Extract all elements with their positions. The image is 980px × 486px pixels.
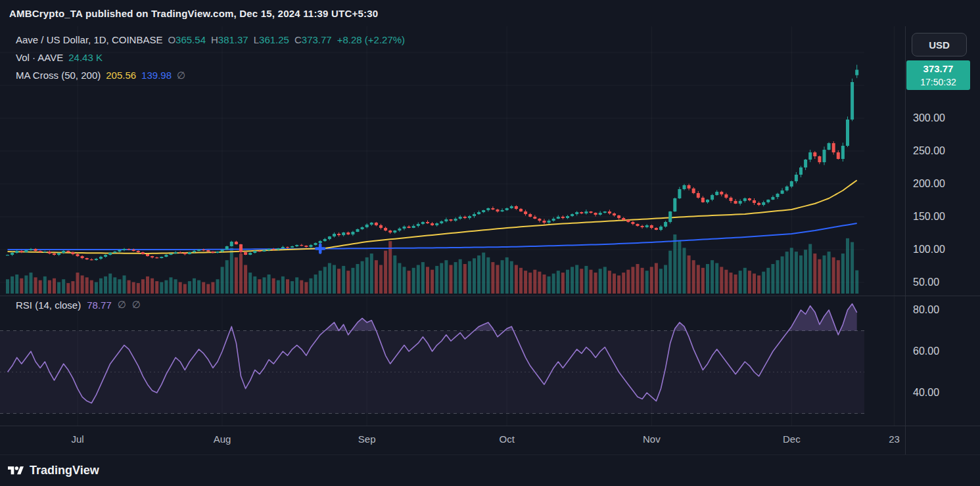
- bar-countdown: 17:50:32: [906, 76, 970, 89]
- change-value: +8.28 (+2.27%): [337, 34, 405, 45]
- rsi-axis-label: 40.00: [913, 386, 939, 399]
- ohlc-open: O365.54: [168, 34, 206, 45]
- rsi-axis-label: 80.00: [913, 303, 939, 317]
- ma200-value: 139.98: [141, 70, 172, 81]
- symbol-legend-row: Aave / US Dollar, 1D, COINBASE O365.54 H…: [16, 31, 410, 49]
- last-price-value: 373.77: [906, 62, 970, 76]
- ma50-value: 205.56: [106, 70, 136, 81]
- time-axis-label: Nov: [632, 433, 671, 445]
- publish-header-text: AMBCrypto_TA published on TradingView.co…: [9, 8, 378, 19]
- footer-bar: TradingView: [0, 454, 980, 486]
- last-price-badge: 373.77 17:50:32: [906, 60, 970, 90]
- time-axis-label: Oct: [487, 433, 526, 445]
- ohlc-high: H381.37: [211, 34, 248, 45]
- chart-canvas[interactable]: [0, 26, 905, 454]
- close-value: 373.77: [302, 34, 332, 45]
- volume-value: 24.43 K: [68, 52, 103, 63]
- publish-header: AMBCrypto_TA published on TradingView.co…: [0, 0, 980, 26]
- price-axis-label: 200.00: [913, 177, 945, 190]
- time-scale[interactable]: JulAugSepOctNovDec23: [0, 426, 905, 454]
- rsi-value: 78.77: [87, 299, 112, 311]
- rsi-null-value-2: ∅: [132, 299, 141, 311]
- price-axis-label: 300.00: [913, 112, 945, 125]
- price-axis-label: 100.00: [913, 243, 945, 256]
- ma-cross-label[interactable]: MA Cross (50, 200): [16, 70, 101, 81]
- low-label: L: [254, 34, 259, 45]
- volume-label[interactable]: Vol · AAVE: [16, 52, 63, 63]
- pane-divider[interactable]: [0, 296, 980, 296]
- rsi-legend: RSI (14, close) 78.77 ∅ ∅: [16, 299, 147, 311]
- tradingview-brand-text[interactable]: TradingView: [30, 464, 99, 477]
- chart-area: Aave / US Dollar, 1D, COINBASE O365.54 H…: [0, 26, 980, 454]
- ma-cross-legend-row: MA Cross (50, 200) 205.56 139.98 ∅: [16, 66, 410, 84]
- currency-toggle-button[interactable]: USD: [912, 33, 967, 56]
- price-axis-label: 250.00: [913, 144, 945, 158]
- tradingview-logo-icon[interactable]: [8, 464, 24, 478]
- rsi-axis-label: 60.00: [913, 345, 939, 358]
- symbol-legend: Aave / US Dollar, 1D, COINBASE O365.54 H…: [16, 31, 410, 84]
- time-axis-label: Sep: [347, 433, 386, 445]
- price-axis-label: 150.00: [913, 210, 945, 223]
- open-label: O: [168, 34, 175, 45]
- volume-legend-row: Vol · AAVE 24.43 K: [16, 49, 410, 66]
- close-label: C: [294, 34, 302, 45]
- rsi-null-value-1: ∅: [118, 299, 126, 311]
- low-value: 361.25: [259, 34, 289, 45]
- high-value: 381.37: [218, 34, 248, 45]
- symbol-title[interactable]: Aave / US Dollar, 1D, COINBASE: [16, 34, 162, 45]
- ma-null-value: ∅: [177, 70, 185, 81]
- open-value: 365.54: [175, 34, 206, 45]
- ohlc-low: L361.25: [254, 34, 289, 45]
- tradingview-chart-page: AMBCrypto_TA published on TradingView.co…: [0, 0, 980, 486]
- time-axis-label: Jul: [58, 433, 97, 445]
- price-axis-label: 50.00: [913, 276, 939, 289]
- ohlc-close: C373.77: [294, 34, 332, 45]
- high-label: H: [211, 34, 218, 45]
- time-axis-label: 23: [875, 433, 914, 445]
- time-axis-label: Aug: [202, 433, 242, 445]
- price-scale[interactable]: USD 373.77 17:50:32 300.00250.00200.0015…: [905, 26, 980, 454]
- rsi-label[interactable]: RSI (14, close): [16, 299, 81, 311]
- time-axis-label: Dec: [772, 433, 811, 445]
